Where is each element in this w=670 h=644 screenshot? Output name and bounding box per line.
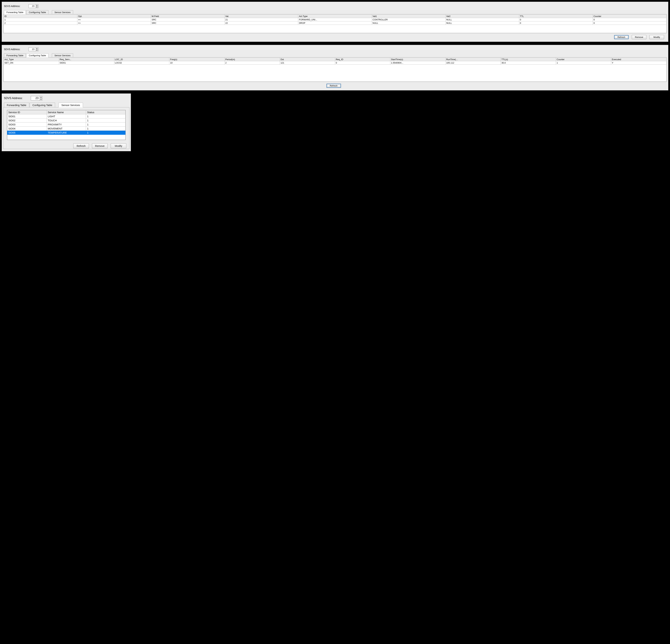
column-header[interactable]: Val1 xyxy=(372,15,445,18)
table-cell[interactable]: 2 xyxy=(225,61,280,65)
table-cell[interactable]: NULL xyxy=(445,18,519,22)
tab-configuring[interactable]: Configuring Table xyxy=(26,53,49,57)
column-header[interactable]: Counter xyxy=(593,15,666,18)
tab-forwarding[interactable]: Forwarding Table xyxy=(4,53,26,57)
table-cell[interactable]: CONTROLLER xyxy=(372,18,445,22)
table-cell[interactable]: >= xyxy=(77,18,151,22)
table-cell[interactable]: 121 xyxy=(280,61,335,65)
table-cell[interactable]: 1 xyxy=(86,123,125,127)
table-cell[interactable]: 30.0 xyxy=(501,61,556,65)
column-header[interactable]: Freq(s) xyxy=(169,58,225,61)
tab-sensor[interactable]: Sensor Services xyxy=(52,10,73,14)
table-row[interactable]: SID05TEMPERATURE1 xyxy=(7,131,125,135)
spinner-up-button[interactable] xyxy=(36,4,38,6)
table-cell[interactable]: LIGHT xyxy=(46,114,86,119)
column-header[interactable]: Req_Serv... xyxy=(59,58,114,61)
column-header[interactable]: Executed xyxy=(611,58,667,61)
table-cell[interactable]: 1 xyxy=(4,18,77,22)
table-cell[interactable]: PROXIMITY xyxy=(46,123,86,127)
table-row[interactable]: 1>=SRC21FORWARD_UNI...CONTROLLERNULL00 xyxy=(4,18,667,22)
column-header[interactable]: Period(m) xyxy=(225,58,280,61)
sdvs-address-value[interactable]: 23 xyxy=(29,47,36,51)
column-header[interactable]: Dst xyxy=(280,58,335,61)
table-cell[interactable]: SID01 xyxy=(59,61,114,65)
table-cell[interactable]: 0 xyxy=(335,61,390,65)
table-cell[interactable]: SID04 xyxy=(7,127,47,131)
spinner-down-button[interactable] xyxy=(36,49,38,51)
column-header[interactable]: Val2 xyxy=(445,15,519,18)
table-cell[interactable]: DROP xyxy=(298,22,372,25)
spinner-up-button[interactable] xyxy=(40,96,42,98)
table-cell[interactable]: 1 xyxy=(556,61,611,65)
table-cell[interactable]: SID05 xyxy=(7,131,47,135)
sdvs-address-value[interactable]: 23 xyxy=(29,4,36,8)
refresh-button[interactable]: Refresh xyxy=(614,35,629,39)
column-header[interactable]: Status xyxy=(86,110,125,114)
sensor-services-table[interactable]: Service IDService NameStatus SID01LIGHT1… xyxy=(7,110,125,135)
column-header[interactable]: TTL xyxy=(519,15,593,18)
table-cell[interactable]: 1.5540904... xyxy=(390,61,445,65)
column-header[interactable]: LOC_ID xyxy=(114,58,169,61)
sdvs-address-spinner[interactable]: 23 xyxy=(29,4,38,8)
table-cell[interactable]: MOVEMENT xyxy=(46,127,86,131)
column-header[interactable]: Opt. xyxy=(77,15,151,18)
table-cell[interactable]: SID01 xyxy=(7,114,47,119)
table-cell[interactable]: SID02 xyxy=(7,119,47,123)
table-cell[interactable]: SET_ON xyxy=(4,61,59,65)
table-cell[interactable]: NULL xyxy=(372,22,445,25)
tab-configuring[interactable]: Configuring Table xyxy=(30,102,55,107)
table-cell[interactable]: TOUCH xyxy=(46,119,86,123)
column-header[interactable]: Service Name xyxy=(46,110,86,114)
table-cell[interactable]: 21 xyxy=(225,18,298,22)
table-row[interactable]: SID03PROXIMITY1 xyxy=(7,123,125,127)
spinner-down-button[interactable] xyxy=(36,6,38,8)
table-row[interactable]: SID01LIGHT1 xyxy=(7,114,125,119)
table-cell[interactable]: 1 xyxy=(86,119,125,123)
column-header[interactable]: ID xyxy=(4,15,77,18)
column-header[interactable]: RunTime(... xyxy=(445,58,501,61)
table-cell[interactable]: 1 xyxy=(86,131,125,135)
sdvs-address-spinner[interactable]: 23 xyxy=(29,47,38,51)
spinner-up-button[interactable] xyxy=(36,47,38,49)
column-header[interactable]: StartTime(s) xyxy=(390,58,445,61)
column-header[interactable]: Act_Type xyxy=(4,58,59,61)
table-cell[interactable]: FORWARD_UNI... xyxy=(298,18,372,22)
table-cell[interactable]: NULL xyxy=(445,22,519,25)
tab-forwarding[interactable]: Forwarding Table xyxy=(4,10,26,14)
table-cell[interactable]: 0 xyxy=(593,18,666,22)
configuring-table[interactable]: Act_TypeReq_Serv...LOC_IDFreq(s)Period(m… xyxy=(3,58,667,65)
column-header[interactable]: Service ID xyxy=(7,110,47,114)
sdvs-address-spinner[interactable]: 23 xyxy=(31,96,42,100)
table-cell[interactable]: 0 xyxy=(519,18,593,22)
table-cell[interactable]: 0 xyxy=(593,22,666,25)
tab-forwarding[interactable]: Forwarding Table xyxy=(4,102,29,107)
modify-button[interactable]: Modify xyxy=(649,35,664,39)
table-cell[interactable]: LOC02 xyxy=(114,61,169,65)
table-cell[interactable]: 1 xyxy=(86,114,125,119)
table-cell[interactable]: Y xyxy=(611,61,667,65)
remove-button[interactable]: Remove xyxy=(632,35,646,39)
refresh-button[interactable]: Refresh xyxy=(326,84,341,88)
remove-button[interactable]: Remove xyxy=(92,143,108,148)
table-row[interactable]: SID02TOUCH1 xyxy=(7,119,125,123)
column-header[interactable]: TTL(s) xyxy=(501,58,556,61)
table-row[interactable]: SID04MOVEMENT1 xyxy=(7,127,125,131)
table-row[interactable]: SET_ONSID01LOC0210212101.5540904...105.1… xyxy=(4,61,667,65)
tab-configuring[interactable]: Configuring Table xyxy=(26,10,49,14)
table-cell[interactable]: 22 xyxy=(225,22,298,25)
column-header[interactable]: Act.Type xyxy=(298,15,372,18)
modify-button[interactable]: Modify xyxy=(111,143,126,148)
table-cell[interactable]: TEMPERATURE xyxy=(46,131,86,135)
table-cell[interactable]: 105.112 xyxy=(445,61,501,65)
spinner-down-button[interactable] xyxy=(40,98,42,100)
tab-sensor[interactable]: Sensor Services xyxy=(52,53,73,57)
sdvs-address-value[interactable]: 23 xyxy=(31,96,39,100)
tab-sensor[interactable]: Sensor Services xyxy=(58,102,83,107)
forwarding-table[interactable]: IDOpt.M.FieldVal.Act.TypeVal1Val2TTLCoun… xyxy=(3,14,667,25)
column-header[interactable]: Val. xyxy=(225,15,298,18)
table-cell[interactable]: <= xyxy=(77,22,151,25)
refresh-button[interactable]: Refresh xyxy=(73,143,89,148)
table-cell[interactable]: 0 xyxy=(519,22,593,25)
table-cell[interactable]: 2 xyxy=(4,22,77,25)
column-header[interactable]: Counter xyxy=(556,58,611,61)
